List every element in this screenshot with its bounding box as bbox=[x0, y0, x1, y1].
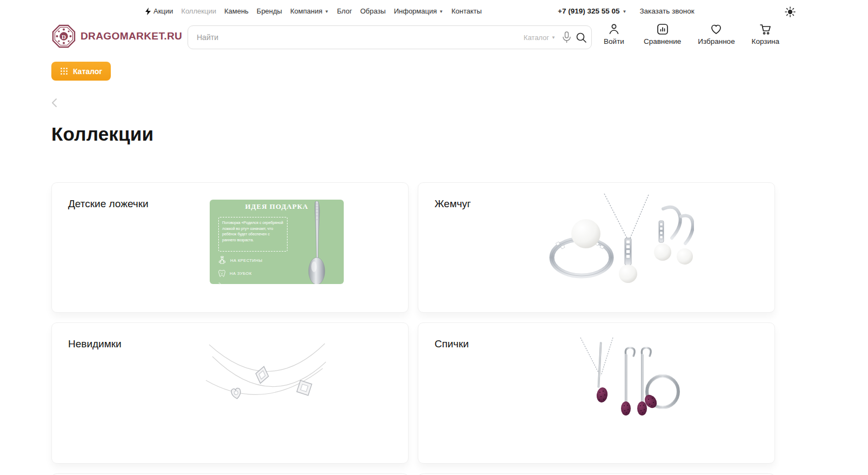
search-input[interactable] bbox=[188, 33, 524, 42]
login-button[interactable]: Войти bbox=[601, 23, 627, 45]
nav-item-looks[interactable]: Образы bbox=[360, 7, 385, 15]
poster-list-row: НА КРЕСТИНЫ bbox=[218, 256, 263, 265]
invisible-necklaces-image bbox=[205, 338, 329, 419]
nav-label: Информация bbox=[394, 7, 437, 15]
collection-card-invisible-necklaces[interactable]: Невидимки bbox=[51, 322, 409, 464]
nav-item-collections[interactable]: Коллекции bbox=[181, 7, 216, 15]
nav-item-brands[interactable]: Бренды bbox=[257, 7, 282, 15]
action-label: Сравнение bbox=[644, 37, 681, 45]
action-label: Корзина bbox=[752, 37, 779, 45]
action-label: Войти bbox=[604, 37, 624, 45]
callback-link[interactable]: Заказать звонок bbox=[639, 7, 694, 15]
topbar: Акции Коллекции Камень Бренды Компания ▼… bbox=[0, 0, 868, 23]
microphone-icon bbox=[562, 31, 571, 43]
nav-label: Блог bbox=[337, 7, 352, 15]
chevron-down-icon: ▼ bbox=[439, 10, 443, 14]
collections-grid: Детские ложечки ИДЕЯ ПОДАРКА Поговорка «… bbox=[51, 182, 775, 475]
nav-label: Контакты bbox=[451, 7, 482, 15]
search-category-select[interactable]: Каталог ▼ bbox=[524, 34, 556, 42]
collection-card-matches[interactable]: Спички bbox=[418, 322, 775, 464]
nav-item-blog[interactable]: Блог bbox=[337, 7, 352, 15]
chevron-down-icon: ▼ bbox=[551, 36, 556, 40]
brand-name: DRAGOMARKET.RU bbox=[81, 30, 182, 42]
tooth-icon bbox=[218, 269, 225, 278]
nav-item-information[interactable]: Информация ▼ bbox=[394, 7, 444, 15]
chevron-down-icon: ▼ bbox=[622, 10, 626, 14]
nav-label: Бренды bbox=[257, 7, 282, 15]
nav-label: Компания bbox=[290, 7, 323, 15]
nav-item-stone[interactable]: Камень bbox=[224, 7, 249, 15]
poster-list-row: НА ЗУБОК bbox=[218, 269, 263, 278]
poster-note: Поговорка «Родился с серебряной ложкой в… bbox=[218, 217, 288, 252]
chevron-down-icon: ▼ bbox=[324, 10, 329, 14]
poster-list-label: НА ДР bbox=[230, 283, 244, 285]
search-submit-button[interactable] bbox=[576, 32, 591, 43]
favorites-button[interactable]: Избранное bbox=[698, 23, 735, 45]
collection-title: Детские ложечки bbox=[68, 198, 149, 210]
collection-card-baby-spoons[interactable]: Детские ложечки ИДЕЯ ПОДАРКА Поговорка «… bbox=[51, 182, 409, 313]
cart-icon bbox=[759, 23, 772, 36]
page-title: Коллекции bbox=[51, 123, 153, 145]
nav-label: Коллекции bbox=[181, 7, 216, 15]
collection-title: Невидимки bbox=[68, 338, 122, 350]
grid-dots-icon bbox=[60, 67, 68, 75]
action-label: Избранное bbox=[698, 37, 735, 45]
phone-number: +7 (919) 325 55 05 bbox=[558, 7, 619, 15]
catalog-button[interactable]: Каталог bbox=[51, 62, 111, 81]
heart-icon bbox=[710, 23, 723, 36]
header-actions: Войти Сравнение Избранное Корзина bbox=[601, 23, 779, 45]
collection-title: Спички bbox=[435, 338, 469, 350]
nav-label: Камень bbox=[224, 7, 249, 15]
search-icon bbox=[576, 32, 587, 43]
voice-search-button[interactable] bbox=[562, 31, 576, 43]
nav-item-promotions[interactable]: Акции bbox=[145, 7, 173, 15]
catalog-button-label: Каталог bbox=[73, 67, 102, 76]
collection-card-pearls[interactable]: Жемчуг bbox=[418, 182, 775, 313]
logo-letter: D bbox=[62, 34, 66, 40]
nav-item-contacts[interactable]: Контакты bbox=[451, 7, 482, 15]
lightning-icon bbox=[145, 8, 151, 15]
poster-list-row: НА ДР bbox=[218, 282, 263, 284]
user-icon bbox=[607, 23, 620, 36]
phone-dropdown[interactable]: +7 (919) 325 55 05 ▼ bbox=[558, 7, 626, 15]
top-navigation: Акции Коллекции Камень Бренды Компания ▼… bbox=[145, 7, 482, 15]
silver-spoon-image bbox=[305, 200, 329, 284]
match-jewelry-image bbox=[574, 337, 682, 426]
poster-list: НА КРЕСТИНЫ НА ЗУБОК НА ДР bbox=[218, 256, 263, 284]
nav-label: Акции bbox=[153, 7, 173, 15]
spoon-poster-image: ИДЕЯ ПОДАРКА Поговорка «Родился с серебр… bbox=[210, 200, 344, 284]
logo-emblem-icon: D bbox=[51, 24, 76, 49]
header: D DRAGOMARKET.RU Каталог ▼ Войти bbox=[0, 23, 868, 62]
nav-label: Образы bbox=[360, 7, 385, 15]
stroller-icon bbox=[218, 282, 226, 284]
theme-sun-icon[interactable] bbox=[785, 6, 796, 17]
collection-title: Жемчуг bbox=[435, 198, 471, 210]
back-chevron-icon[interactable] bbox=[50, 97, 59, 108]
compare-chart-icon bbox=[656, 23, 669, 36]
cart-button[interactable]: Корзина bbox=[752, 23, 779, 45]
topbar-right: +7 (919) 325 55 05 ▼ Заказать звонок bbox=[558, 7, 695, 15]
nav-item-company[interactable]: Компания ▼ bbox=[290, 7, 329, 15]
poster-list-label: НА ЗУБОК bbox=[230, 271, 252, 276]
poster-list-label: НА КРЕСТИНЫ bbox=[230, 258, 263, 263]
compare-button[interactable]: Сравнение bbox=[644, 23, 681, 45]
logo[interactable]: D DRAGOMARKET.RU bbox=[51, 24, 182, 49]
angel-icon bbox=[218, 256, 226, 265]
search-bar: Каталог ▼ bbox=[188, 25, 592, 49]
pearl-jewelry-image bbox=[548, 193, 694, 285]
search-category-value: Каталог bbox=[524, 34, 549, 42]
